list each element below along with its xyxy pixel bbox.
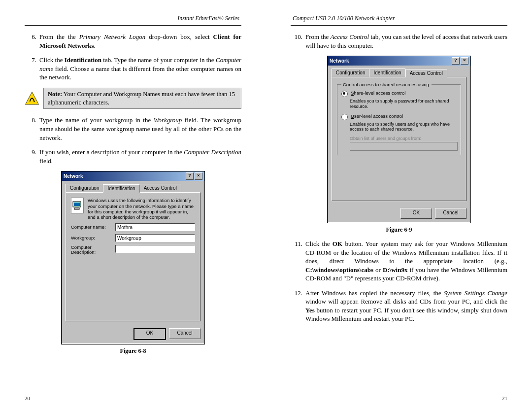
right-page: Compact USB 2.0 10/100 Network Adapter 1… (266, 0, 532, 411)
item-12: 12. After Windows has copied the necessa… (291, 289, 507, 323)
close-button[interactable]: × (461, 57, 468, 65)
obtain-list-field (350, 142, 458, 151)
figure-caption-6-8: Figure 6-8 (25, 347, 241, 355)
tab-access-control[interactable]: Access Control (139, 184, 181, 192)
warning-icon (25, 91, 39, 106)
help-button[interactable]: ? (452, 57, 460, 65)
item-6: 6. From the the Primary Network Logon dr… (25, 33, 241, 50)
help-button[interactable]: ? (186, 172, 194, 180)
dialog-title: Network (64, 173, 83, 179)
svg-rect-3 (74, 203, 80, 206)
dialog-title: Network (330, 58, 349, 64)
cancel-button[interactable]: Cancel (169, 328, 200, 339)
header-left: Instant EtherFast® Series (25, 15, 241, 22)
computer-description-label: Computer Description: (71, 245, 115, 255)
tab-content: Windows uses the following information t… (66, 192, 200, 321)
ok-button[interactable]: OK (400, 208, 432, 219)
network-dialog-access-control: Network ? × Configuration Identification… (327, 56, 471, 223)
tab-identification[interactable]: Identification (369, 68, 405, 77)
figure-6-8: Network ? × Configuration Identification… (25, 171, 241, 355)
ok-button[interactable]: OK (133, 328, 166, 340)
header-right: Compact USB 2.0 10/100 Network Adapter (291, 15, 507, 22)
network-dialog-identification: Network ? × Configuration Identification… (61, 171, 205, 344)
computer-icon (71, 198, 84, 213)
tab-content: Control access to shared resources using… (332, 77, 466, 201)
page-number-right: 21 (502, 395, 507, 401)
access-fieldset: Control access to shared resources using… (337, 84, 461, 155)
workgroup-field[interactable]: Workgroup (115, 234, 195, 242)
tab-strip: Configuration Identification Access Cont… (66, 184, 200, 192)
user-level-option[interactable]: User-level access control (341, 113, 457, 120)
cancel-button[interactable]: Cancel (435, 208, 466, 219)
instruction-list-right: 10. From the Access Control tab, you can… (291, 33, 507, 50)
fieldset-label: Control access to shared resources using… (341, 82, 432, 87)
instruction-list-left: 6. From the the Primary Network Logon dr… (25, 33, 241, 82)
item-8: 8. Type the name of your workgroup in th… (25, 116, 241, 142)
dialog-description: Windows uses the following information t… (88, 198, 195, 220)
computer-name-field[interactable]: Mothra (115, 223, 195, 231)
close-button[interactable]: × (195, 172, 202, 180)
dialog-titlebar: Network ? × (62, 171, 204, 181)
figure-6-9: Network ? × Configuration Identification… (291, 56, 507, 234)
radio-icon (341, 91, 348, 97)
note-box: Note: Your Computer and Workgroup Names … (25, 88, 241, 109)
user-level-desc: Enables you to specify users and groups … (350, 122, 457, 133)
tab-configuration[interactable]: Configuration (332, 68, 369, 77)
svg-rect-4 (74, 208, 79, 209)
item-9: 9. If you wish, enter a description of y… (25, 148, 241, 165)
tab-access-control[interactable]: Access Control (405, 69, 447, 77)
figure-caption-6-9: Figure 6-9 (291, 226, 507, 234)
page-number-left: 20 (25, 395, 30, 401)
instruction-list-right-2: 11. Click the OK button. Your system may… (291, 240, 507, 323)
share-level-desc: Enables you to supply a password for eac… (350, 99, 457, 109)
left-page: Instant EtherFast® Series 6. From the th… (0, 0, 266, 411)
instruction-list-left-2: 8. Type the name of your workgroup in th… (25, 116, 241, 165)
item-10: 10. From the Access Control tab, you can… (291, 33, 507, 50)
tab-configuration[interactable]: Configuration (66, 184, 103, 192)
divider (25, 25, 241, 26)
obtain-list-label: Obtain list of users and groups from: (350, 136, 457, 141)
radio-icon (341, 114, 348, 120)
workgroup-label: Workgroup: (71, 235, 115, 240)
dialog-titlebar: Network ? × (328, 56, 470, 66)
tab-identification[interactable]: Identification (103, 184, 139, 193)
computer-name-label: Computer name: (71, 224, 115, 230)
computer-description-field[interactable] (115, 245, 195, 253)
item-11: 11. Click the OK button. Your system may… (291, 240, 507, 283)
divider (291, 25, 507, 26)
item-7: 7. Click the Identification tab. Type th… (25, 56, 241, 82)
share-level-option[interactable]: SShare-level access controlhare-level ac… (341, 90, 457, 97)
note-text: Note: Your Computer and Workgroup Names … (43, 88, 241, 109)
svg-point-1 (33, 101, 34, 102)
tab-strip: Configuration Identification Access Cont… (332, 68, 466, 77)
